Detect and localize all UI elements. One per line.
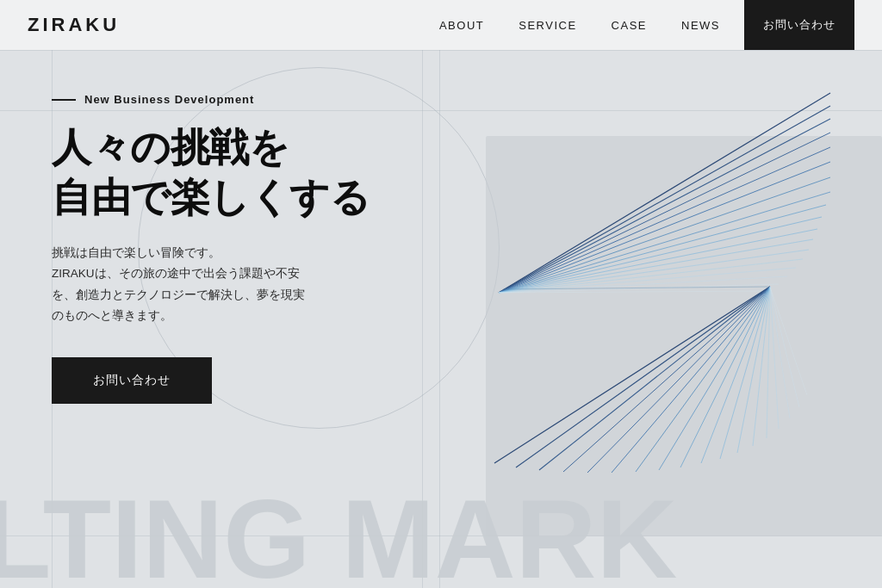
hero-content: New Business Development 人々の挑戦を 自由で楽しくする… [52,93,422,404]
svg-line-34 [770,287,799,407]
svg-line-27 [701,287,770,463]
nav-contact-button[interactable]: お問い合わせ [744,0,854,50]
z-lines-illustration [434,67,865,480]
svg-line-0 [499,93,830,293]
svg-line-24 [636,287,770,472]
svg-line-18 [494,287,770,463]
hero-cta-button[interactable]: お問い合わせ [52,357,212,404]
svg-line-23 [612,287,770,473]
svg-line-10 [499,229,817,293]
hero-section: New Business Development 人々の挑戦を 自由で楽しくする… [0,50,882,588]
main-nav: ABOUT SERVICE CASE NEWS お問い合わせ [422,0,854,50]
nav-about[interactable]: ABOUT [422,0,501,50]
svg-line-20 [539,287,770,470]
hero-illustration [434,50,882,588]
nav-case[interactable]: CASE [594,0,664,50]
svg-line-31 [767,287,770,438]
hero-subtitle: New Business Development [52,93,422,106]
svg-line-7 [499,192,830,293]
site-header: ZIRAKU ABOUT SERVICE CASE NEWS お問い合わせ [0,0,882,50]
svg-line-15 [499,276,787,293]
nav-news[interactable]: NEWS [664,0,737,50]
svg-line-19 [516,287,770,467]
hero-heading: 人々の挑戦を 自由で楽しくする [52,123,422,222]
svg-line-33 [770,287,790,418]
nav-service[interactable]: SERVICE [501,0,593,50]
hero-description: 挑戦は自由で楽しい冒険です。 ZIRAKUは、その旅の途中で出会う課題や不安を、… [52,243,310,326]
svg-line-6 [499,177,830,293]
site-logo[interactable]: ZIRAKU [28,14,120,36]
svg-line-3 [499,133,830,293]
subtitle-line [52,99,76,101]
svg-line-2 [499,119,830,293]
svg-line-22 [587,287,770,473]
svg-line-5 [499,162,830,293]
svg-line-8 [499,205,826,293]
svg-line-4 [499,147,830,293]
